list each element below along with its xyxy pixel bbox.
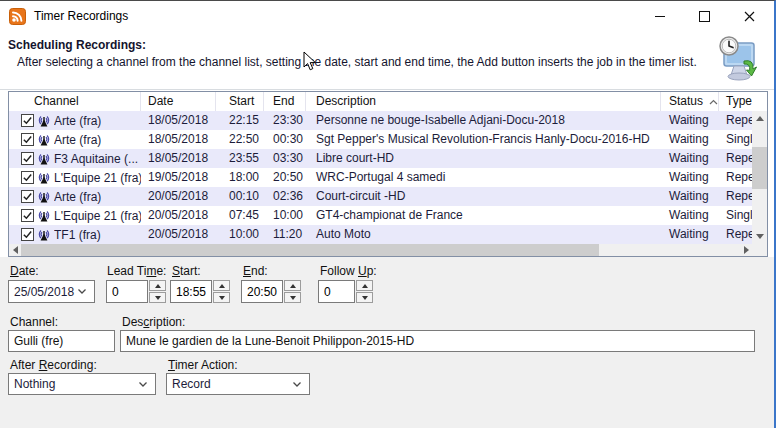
- triangle-down-icon: [155, 296, 161, 300]
- status-header-label: Status: [669, 92, 703, 111]
- row-channel: TF1 (fra): [54, 228, 101, 242]
- close-icon: [744, 11, 755, 22]
- table-row[interactable]: L'Equipe 21 (fra) 20/05/2018 07:45 10:00…: [9, 206, 752, 225]
- scroll-down-button[interactable]: [752, 229, 767, 244]
- checkmark-icon: [22, 153, 33, 164]
- timer-monitor-icon: [714, 33, 762, 83]
- column-header-channel[interactable]: Channel: [9, 92, 141, 111]
- row-start: 22:15: [216, 111, 264, 130]
- end-up-button[interactable]: [284, 280, 301, 291]
- row-status: Waiting: [661, 111, 719, 130]
- start-time-input[interactable]: [171, 281, 211, 302]
- end-label: End:: [243, 264, 268, 278]
- description-field: [120, 330, 755, 352]
- scroll-left-button[interactable]: [9, 244, 21, 256]
- table-row[interactable]: L'Equipe 21 (fra) 19/05/2018 18:00 20:50…: [9, 168, 752, 187]
- follow-up-down-button[interactable]: [356, 292, 373, 303]
- end-spinner: [241, 280, 301, 303]
- close-button[interactable]: [727, 1, 772, 31]
- date-label: Date:: [10, 264, 39, 278]
- row-description: Personne ne bouge-Isabelle Adjani-Docu-2…: [306, 111, 661, 130]
- row-date: 20/05/2018: [141, 187, 216, 206]
- column-header-type[interactable]: Type: [719, 92, 767, 111]
- row-type: Repea: [719, 149, 752, 168]
- row-end: 03:30: [264, 149, 306, 168]
- description-input[interactable]: [121, 334, 754, 348]
- lead-time-up-button[interactable]: [149, 280, 166, 291]
- table-row[interactable]: Arte (fra) 20/05/2018 00:10 02:36 Court-…: [9, 187, 752, 206]
- mouse-cursor: [303, 51, 317, 72]
- lead-time-input[interactable]: [107, 281, 147, 302]
- antenna-icon: [36, 170, 52, 185]
- chevron-down-icon: [77, 288, 87, 295]
- column-header-start[interactable]: Start: [216, 92, 264, 111]
- vertical-scroll-thumb[interactable]: [752, 147, 767, 189]
- row-date: 20/05/2018: [141, 225, 216, 244]
- row-description: WRC-Portugal 4 samedi: [306, 168, 661, 187]
- row-date: 18/05/2018: [141, 149, 216, 168]
- triangle-right-icon: [744, 246, 749, 254]
- scroll-right-button[interactable]: [740, 244, 752, 256]
- sort-ascending-icon: [709, 99, 718, 105]
- maximize-button[interactable]: [682, 1, 727, 31]
- horizontal-scrollbar[interactable]: [9, 244, 752, 256]
- row-checkbox[interactable]: [21, 209, 34, 222]
- after-recording-dropdown[interactable]: Nothing: [8, 373, 156, 395]
- row-checkbox[interactable]: [21, 171, 34, 184]
- start-up-button[interactable]: [213, 280, 230, 291]
- channel-input[interactable]: [9, 334, 114, 348]
- row-checkbox[interactable]: [21, 152, 34, 165]
- timer-recordings-dialog: Timer Recordings Scheduling Recordings: …: [0, 0, 776, 428]
- row-status: Waiting: [661, 149, 719, 168]
- row-status: Waiting: [661, 168, 719, 187]
- lead-time-down-button[interactable]: [149, 292, 166, 303]
- end-down-button[interactable]: [284, 292, 301, 303]
- channel-field: [8, 330, 115, 352]
- table-row[interactable]: Arte (fra) 18/05/2018 22:15 23:30 Person…: [9, 111, 752, 130]
- start-label: Start:: [172, 264, 201, 278]
- channel-label: Channel:: [10, 315, 58, 329]
- antenna-icon: [36, 113, 52, 128]
- follow-up-input[interactable]: [319, 281, 354, 302]
- vertical-scrollbar[interactable]: [752, 111, 767, 244]
- row-description: Libre court-HD: [306, 149, 661, 168]
- timer-action-dropdown[interactable]: Record: [166, 373, 310, 395]
- antenna-icon: [36, 132, 52, 147]
- antenna-icon: [36, 189, 52, 204]
- row-type: Repea: [719, 187, 752, 206]
- row-checkbox[interactable]: [21, 190, 34, 203]
- row-date: 20/05/2018: [141, 206, 216, 225]
- checkmark-icon: [22, 229, 33, 240]
- follow-up-label: Follow Up:: [320, 264, 377, 278]
- row-start: 22:50: [216, 130, 264, 149]
- row-channel: Arte (fra): [54, 190, 101, 204]
- checkmark-icon: [22, 134, 33, 145]
- column-header-status[interactable]: Status: [661, 92, 719, 111]
- minimize-button[interactable]: [637, 1, 682, 31]
- row-checkbox[interactable]: [21, 228, 34, 241]
- table-row[interactable]: Arte (fra) 18/05/2018 22:50 00:30 Sgt Pe…: [9, 130, 752, 149]
- horizontal-scroll-thumb[interactable]: [21, 244, 599, 256]
- minimize-icon: [655, 16, 665, 17]
- table-row[interactable]: F3 Aquitaine (... 18/05/2018 23:55 03:30…: [9, 149, 752, 168]
- column-header-end[interactable]: End: [264, 92, 306, 111]
- header-description: After selecting a channel from the chann…: [17, 55, 707, 69]
- follow-up-up-button[interactable]: [356, 280, 373, 291]
- row-status: Waiting: [661, 130, 719, 149]
- row-checkbox[interactable]: [21, 133, 34, 146]
- start-down-button[interactable]: [213, 292, 230, 303]
- window-title: Timer Recordings: [34, 9, 128, 23]
- end-time-input[interactable]: [242, 281, 282, 302]
- row-start: 00:10: [216, 187, 264, 206]
- row-status: Waiting: [661, 225, 719, 244]
- row-start: 18:00: [216, 168, 264, 187]
- column-header-description[interactable]: Description: [306, 92, 661, 111]
- triangle-down-icon: [219, 296, 225, 300]
- title-bar[interactable]: Timer Recordings: [0, 1, 774, 31]
- row-type: Single: [719, 206, 752, 225]
- row-checkbox[interactable]: [21, 114, 34, 127]
- scroll-up-button[interactable]: [752, 111, 767, 126]
- date-combobox[interactable]: 25/05/2018: [8, 280, 95, 303]
- table-row[interactable]: TF1 (fra) 20/05/2018 10:00 11:20 Auto Mo…: [9, 225, 752, 244]
- column-header-date[interactable]: Date: [141, 92, 216, 111]
